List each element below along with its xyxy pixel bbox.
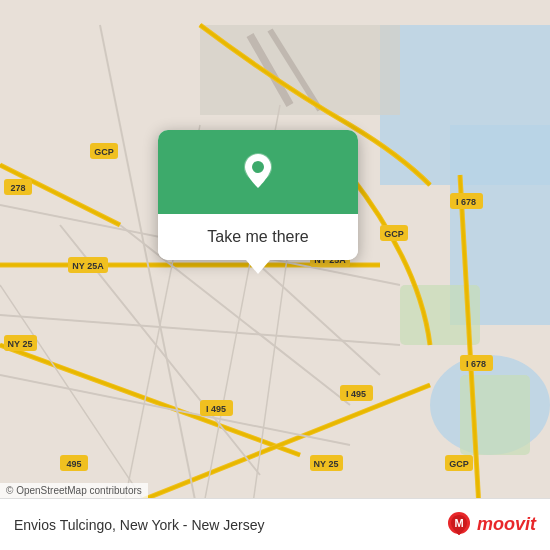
svg-text:I 678: I 678 bbox=[456, 197, 476, 207]
svg-text:I 495: I 495 bbox=[346, 389, 366, 399]
location-label: Envios Tulcingo, New York - New Jersey bbox=[14, 517, 265, 533]
svg-point-57 bbox=[252, 161, 264, 173]
svg-text:NY 25A: NY 25A bbox=[72, 261, 104, 271]
svg-text:I 678: I 678 bbox=[466, 359, 486, 369]
popup-card-header bbox=[158, 130, 358, 214]
map-container: 278 GCP NY 25A NY 25A NY 25 495 GCP I 67… bbox=[0, 0, 550, 550]
svg-text:M: M bbox=[454, 517, 463, 529]
svg-text:GCP: GCP bbox=[94, 147, 114, 157]
info-bar: Envios Tulcingo, New York - New Jersey M… bbox=[0, 498, 550, 550]
popup-card-action[interactable]: Take me there bbox=[158, 214, 358, 260]
moovit-logo: M moovit bbox=[445, 511, 536, 539]
take-me-there-button[interactable]: Take me there bbox=[207, 228, 308, 246]
svg-text:GCP: GCP bbox=[384, 229, 404, 239]
svg-rect-4 bbox=[200, 25, 400, 115]
svg-text:GCP: GCP bbox=[449, 459, 469, 469]
moovit-brand-text: moovit bbox=[477, 514, 536, 535]
svg-text:I 495: I 495 bbox=[206, 404, 226, 414]
svg-text:278: 278 bbox=[10, 183, 25, 193]
copyright-bar: © OpenStreetMap contributors bbox=[0, 483, 148, 498]
svg-text:NY 25: NY 25 bbox=[314, 459, 339, 469]
location-pin-icon bbox=[236, 148, 280, 192]
svg-text:NY 25: NY 25 bbox=[8, 339, 33, 349]
moovit-icon: M bbox=[445, 511, 473, 539]
copyright-text: © OpenStreetMap contributors bbox=[6, 485, 142, 496]
popup-card: Take me there bbox=[158, 130, 358, 260]
svg-text:495: 495 bbox=[66, 459, 81, 469]
